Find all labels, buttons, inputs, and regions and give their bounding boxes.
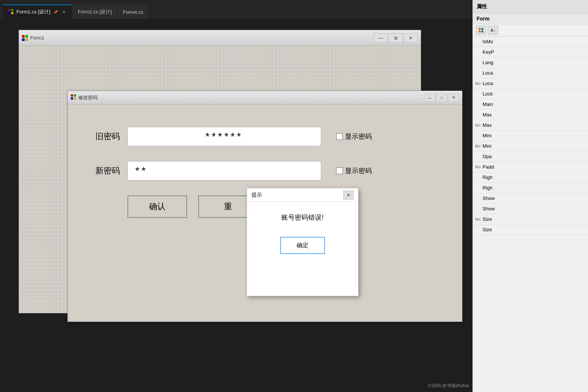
change-pwd-icon bbox=[71, 94, 76, 101]
prop-item-1[interactable]: KeyP bbox=[473, 47, 588, 57]
show-new-pwd-checkbox[interactable] bbox=[336, 167, 343, 174]
prop-item-6[interactable]: Main bbox=[473, 99, 588, 110]
prop-item-12[interactable]: ⊞Padd bbox=[473, 162, 588, 172]
prop-item-18[interactable]: Size bbox=[473, 225, 588, 235]
change-pwd-close-btn[interactable]: ✕ bbox=[448, 94, 459, 102]
prop-expand-icon-5 bbox=[475, 91, 481, 97]
svg-rect-2 bbox=[8, 12, 10, 14]
prop-item-16[interactable]: Show bbox=[473, 204, 588, 214]
form1-restore-btn[interactable]: ⧉ bbox=[389, 33, 403, 43]
change-pwd-restore-btn[interactable]: □ bbox=[436, 94, 447, 102]
svg-rect-11 bbox=[74, 97, 76, 100]
svg-rect-7 bbox=[25, 38, 28, 41]
prop-item-15[interactable]: Show bbox=[473, 193, 588, 204]
tab-form4[interactable]: Form4.cs bbox=[118, 4, 148, 19]
prop-name-3: Loca bbox=[483, 70, 493, 76]
svg-rect-14 bbox=[479, 31, 481, 32]
change-pwd-minimize-btn[interactable]: — bbox=[424, 94, 435, 102]
form1-window: Form1 — ⧉ ✕ bbox=[19, 30, 421, 313]
prop-name-9: Mini bbox=[483, 133, 491, 138]
tab-form1-close[interactable]: ✕ bbox=[61, 9, 67, 15]
watermark: CSDN @书海shuhai bbox=[428, 383, 469, 389]
form1-title: Form1 bbox=[30, 35, 372, 41]
svg-rect-15 bbox=[481, 31, 483, 32]
sort-categorized-btn[interactable] bbox=[476, 26, 486, 35]
old-password-row: 旧密码 显示密码 bbox=[83, 127, 447, 146]
main-area: Form1 — ⧉ ✕ bbox=[0, 19, 473, 392]
tab-form2[interactable]: Form2.cs [设计] bbox=[73, 4, 117, 19]
tab-form4-label: Form4.cs bbox=[123, 9, 143, 15]
prop-name-10: Mini bbox=[483, 143, 491, 149]
form1-icon bbox=[22, 35, 28, 41]
right-panel-toolbar: A↓ bbox=[473, 24, 588, 37]
prop-item-2[interactable]: Lang bbox=[473, 57, 588, 68]
svg-rect-6 bbox=[22, 38, 25, 41]
prop-name-17: Size bbox=[483, 216, 492, 222]
new-password-input[interactable] bbox=[127, 161, 321, 181]
prop-name-1: KeyP bbox=[483, 49, 494, 55]
prop-name-18: Size bbox=[483, 227, 492, 232]
message-box-title: 提示 bbox=[252, 192, 343, 198]
prop-item-4[interactable]: ⊞Loca bbox=[473, 78, 588, 89]
svg-rect-9 bbox=[74, 94, 76, 97]
prop-item-9[interactable]: Mini bbox=[473, 131, 588, 141]
prop-item-3[interactable]: Loca bbox=[473, 68, 588, 78]
prop-name-11: Opa bbox=[483, 154, 492, 159]
message-box: 提示 ✕ 账号密码错误! 确定 bbox=[247, 188, 358, 296]
confirm-btn[interactable]: 确认 bbox=[127, 195, 187, 218]
prop-item-7[interactable]: Max bbox=[473, 110, 588, 120]
form1-titlebar: Form1 — ⧉ ✕ bbox=[19, 30, 421, 46]
svg-rect-12 bbox=[479, 28, 481, 30]
prop-expand-icon-9 bbox=[475, 133, 481, 139]
properties-list: IsMoKeyPLangLoca⊞LocaLockMainMax⊞MaxMini… bbox=[473, 37, 588, 391]
change-pwd-dialog: 修改密码 — □ ✕ 旧密码 显示密码 bbox=[67, 91, 462, 322]
prop-name-13: Righ bbox=[483, 175, 493, 180]
prop-item-14[interactable]: Righ bbox=[473, 183, 588, 193]
show-new-pwd-label: 显示密码 bbox=[345, 166, 372, 175]
message-ok-btn[interactable]: 确定 bbox=[280, 237, 325, 254]
prop-item-8[interactable]: ⊞Max bbox=[473, 120, 588, 131]
prop-expand-icon-17: ⊞ bbox=[475, 216, 481, 222]
message-box-titlebar: 提示 ✕ bbox=[247, 188, 358, 202]
tab-form1-label: Form1.cs [设计] bbox=[16, 9, 50, 15]
pin-icon: 📌 bbox=[53, 10, 58, 14]
prop-item-17[interactable]: ⊞Size bbox=[473, 214, 588, 225]
show-old-pwd-checkbox[interactable] bbox=[336, 133, 343, 140]
prop-item-5[interactable]: Lock bbox=[473, 89, 588, 99]
message-text: 账号密码错误! bbox=[281, 213, 323, 222]
prop-name-0: IsMo bbox=[483, 39, 493, 44]
tab-form1[interactable]: Form1.cs [设计] 📌 ✕ bbox=[3, 4, 72, 19]
svg-rect-5 bbox=[25, 35, 28, 38]
prop-expand-icon-3 bbox=[475, 70, 481, 76]
message-close-btn[interactable]: ✕ bbox=[343, 191, 354, 200]
svg-rect-8 bbox=[71, 94, 73, 97]
prop-expand-icon-18 bbox=[475, 227, 481, 233]
show-old-pwd-label: 显示密码 bbox=[345, 132, 372, 141]
right-panel-form-name: Form bbox=[477, 16, 490, 22]
right-panel-header: 属性 bbox=[473, 0, 588, 13]
prop-item-10[interactable]: ⊞Mini bbox=[473, 141, 588, 151]
prop-expand-icon-4: ⊞ bbox=[475, 81, 481, 87]
tab-form2-label: Form2.cs [设计] bbox=[78, 9, 112, 15]
new-password-label: 新密码 bbox=[83, 165, 120, 176]
svg-rect-10 bbox=[71, 97, 73, 100]
old-password-input[interactable] bbox=[127, 127, 321, 146]
change-pwd-titlebar: 修改密码 — □ ✕ bbox=[68, 91, 462, 104]
prop-expand-icon-13 bbox=[475, 175, 481, 181]
prop-item-11[interactable]: Opa bbox=[473, 151, 588, 162]
sort-alphabetical-btn[interactable]: A↓ bbox=[488, 26, 498, 35]
prop-item-13[interactable]: Righ bbox=[473, 172, 588, 183]
form1-close-btn[interactable]: ✕ bbox=[404, 33, 418, 43]
form1-body: 修改密码 — □ ✕ 旧密码 显示密码 bbox=[19, 46, 421, 313]
message-box-content: 账号密码错误! 确定 bbox=[247, 202, 358, 261]
form1-tab-icon bbox=[8, 9, 13, 15]
show-old-pwd-checkbox-wrapper: 显示密码 bbox=[336, 132, 372, 141]
prop-expand-icon-6 bbox=[475, 101, 481, 107]
show-new-pwd-checkbox-wrapper: 显示密码 bbox=[336, 166, 372, 175]
form1-minimize-btn[interactable]: — bbox=[374, 33, 388, 43]
prop-name-12: Padd bbox=[483, 164, 494, 170]
prop-name-4: Loca bbox=[483, 81, 493, 86]
prop-item-0[interactable]: IsMo bbox=[473, 37, 588, 47]
prop-name-6: Main bbox=[483, 101, 493, 107]
right-panel-title: 属性 bbox=[477, 3, 487, 10]
